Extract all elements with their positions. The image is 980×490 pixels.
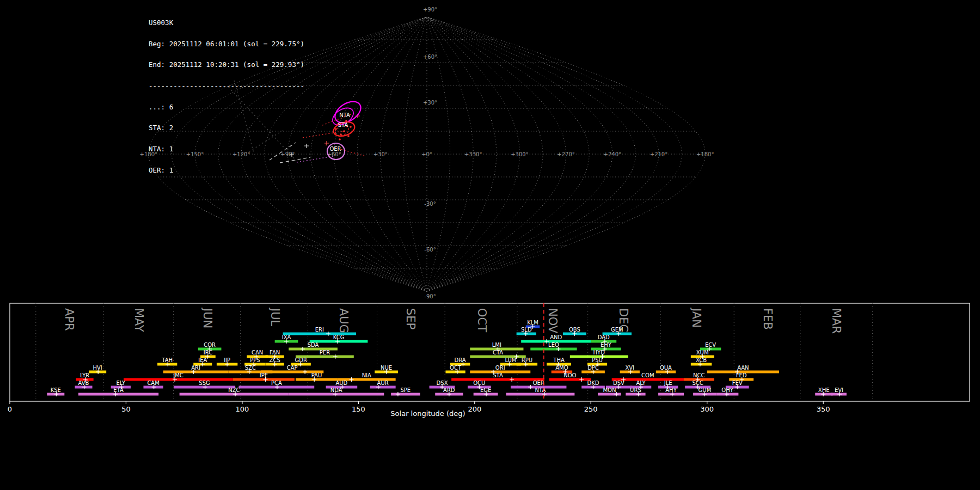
shower-bar-label-NDA: NDA [330, 387, 342, 393]
shower-bar-label-NOO: NOO [564, 372, 576, 378]
shower-bar-label-FED: FED [736, 372, 747, 378]
shower-bar-label-EGE: EGE [480, 387, 491, 393]
count-nta: NTA: 1 [149, 146, 304, 153]
shower-bar-label-XHE: XHE [818, 387, 830, 393]
axis-tick-label: 350 [817, 405, 830, 413]
peak-marker-NOO [579, 377, 584, 382]
month-label-JAN: JAN [690, 307, 703, 328]
shower-bar-label-ELY: ELY [117, 380, 126, 386]
lon-label: +330° [464, 151, 482, 157]
shower-bar-label-IXA: IXA [282, 334, 291, 340]
shower-bar-label-SCC: SCC [692, 380, 703, 386]
shower-bar-label-ALY: ALY [636, 380, 646, 386]
shower-bar-label-AUR: AUR [377, 380, 389, 386]
shower-bar-PAU [296, 378, 338, 381]
shower-bar-label-IIP: IIP [224, 357, 230, 363]
shower-bar-label-CAN: CAN [252, 350, 263, 356]
shower-bar-label-PSU: PSU [592, 357, 603, 363]
shower-map-label-NTA: NTA [339, 112, 350, 118]
shower-bar-label-IEA: IEA [198, 357, 207, 363]
peak-marker-PER [333, 354, 338, 359]
shower-bar-label-ETA: ETA [113, 387, 124, 393]
lon-label: +300° [511, 151, 528, 157]
shower-bar-label-AMO: AMO [555, 365, 568, 371]
plot-canvas: +180°+150°+120°+90°+60°+30°+0°+330°+300°… [0, 0, 980, 490]
shower-bar-label-IRC: IRC [204, 350, 212, 356]
station-id: US003K [149, 20, 304, 27]
shower-bar-ERI [283, 333, 356, 335]
shower-bar-label-NIA: NIA [362, 372, 371, 378]
shower-bar-label-XVI: XVI [625, 365, 634, 371]
shower-bar-label-QUA: QUA [660, 365, 672, 371]
axis-tick-label: 300 [700, 405, 714, 413]
shower-bar-label-URS: URS [630, 387, 641, 393]
peak-marker-ERI [326, 332, 330, 336]
shower-bar-AUR [370, 386, 396, 389]
shower-bar-label-CTA: CTA [493, 350, 503, 356]
shower-bar-label-OER: OER [533, 380, 544, 386]
lat-label: +30° [423, 100, 437, 106]
peak-marker-OER [528, 385, 532, 389]
axis-tick-label: 100 [235, 405, 249, 413]
peak-marker-CAP [303, 370, 307, 374]
begin-time: Beg: 20251112 06:01:01 (sol = 229.75°) [149, 41, 304, 48]
shower-bar-label-COR: COR [204, 342, 216, 348]
shower-bar-SPE [391, 393, 420, 396]
lat-label: -90° [424, 293, 436, 299]
shower-bar-label-NZC: NZC [228, 387, 240, 393]
lon-label: +240° [604, 151, 621, 157]
shower-bar-label-XUM: XUM [696, 350, 709, 356]
shower-bar-label-KSE: KSE [51, 387, 61, 393]
axis-tick-label: 250 [584, 405, 598, 413]
shower-bar-NTA [506, 393, 574, 396]
shower-bar-JMC [124, 378, 233, 381]
radiant-dot [335, 128, 337, 130]
shower-bar-label-EVI: EVI [835, 387, 843, 393]
axis-tick-label: 50 [121, 405, 131, 413]
shower-bar-label-AHY: AHY [665, 387, 677, 393]
shower-bar-label-ECV: ECV [705, 342, 716, 348]
shower-bar-label-OCU: OCU [473, 380, 485, 386]
shower-bar-label-ZCS: ZCS [270, 357, 280, 363]
lon-label: +180° [696, 151, 714, 157]
shower-bar-SDA [289, 348, 338, 351]
shower-bar-label-MON: MON [603, 387, 616, 393]
shower-bar-label-PPS: PPS [250, 357, 260, 363]
radiant-dot [350, 126, 352, 128]
month-label-MAR: MAR [830, 308, 843, 334]
shower-bar-label-AVB: AVB [78, 380, 89, 386]
radiant-cross [304, 144, 309, 148]
shower-bar-label-PAU: PAU [311, 372, 322, 378]
shower-bar-label-CAM: CAM [147, 380, 159, 386]
meteor-track [303, 131, 343, 138]
shower-bar-URS [626, 393, 645, 396]
shower-bar-label-KLM: KLM [527, 320, 538, 326]
grid-meridian [357, 17, 427, 291]
shower-bar-label-ERI: ERI [315, 327, 324, 333]
shower-bar-label-GDR: GDR [295, 357, 307, 363]
shower-bar-label-JLE: JLE [664, 380, 672, 386]
shower-bar-label-DKD: DKD [587, 380, 599, 386]
month-label-OCT: OCT [475, 308, 488, 332]
radiant-dot [343, 130, 345, 132]
lat-label: -30° [424, 201, 436, 207]
shower-bar-label-GUM: GUM [699, 387, 712, 393]
shower-bar-label-STA: STA [493, 372, 503, 378]
lon-label: +30° [373, 151, 388, 157]
shower-bar-label-AAN: AAN [737, 365, 749, 371]
shower-bar-label-LEO: LEO [548, 342, 559, 348]
shower-bar-label-SPE: SPE [400, 387, 411, 393]
radiant-cross [324, 141, 329, 145]
axis-tick-label: 200 [468, 405, 481, 413]
lat-label: +90° [423, 7, 437, 13]
peak-marker-SDA [301, 347, 305, 351]
shower-bar-label-FAN: FAN [270, 350, 280, 356]
radiant-dot [339, 138, 341, 140]
observation-header: US003K Beg: 20251112 06:01:01 (sol = 229… [149, 5, 304, 188]
month-label-APR: APR [63, 308, 76, 331]
axis-tick-label: 150 [352, 405, 365, 413]
shower-bar-label-XCB: XCB [696, 357, 707, 363]
shower-bar-label-CAP: CAP [287, 365, 298, 371]
shower-bar-LEO [530, 348, 577, 351]
shower-bar-label-NUE: NUE [381, 365, 392, 371]
